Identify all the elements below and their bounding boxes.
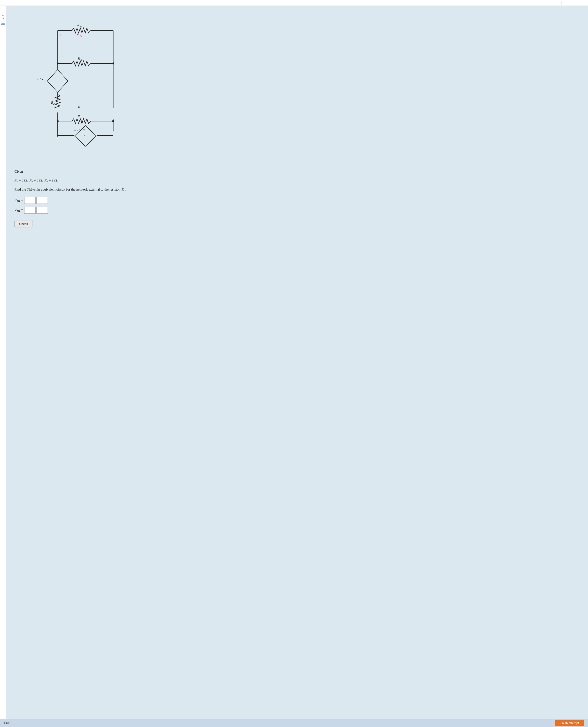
svg-text:l: l xyxy=(81,36,82,38)
vth-unit-input[interactable] xyxy=(37,207,48,214)
vth-label: VTH = xyxy=(15,208,23,213)
svg-point-66 xyxy=(112,120,114,122)
page-container: e of tion .svg-label { font-family: Geor… xyxy=(0,0,588,727)
vth-row: VTH = xyxy=(15,207,580,214)
svg-text:←: ← xyxy=(83,133,88,138)
sidebar-link-tion[interactable]: tion xyxy=(1,22,5,25)
svg-text:−: − xyxy=(108,33,110,37)
svg-text:2: 2 xyxy=(53,102,55,105)
finish-attempt-button[interactable]: Finish attempt xyxy=(555,720,584,726)
sidebar-text-e: e xyxy=(2,14,3,17)
svg-text:v: v xyxy=(42,78,44,81)
rth-unit-input[interactable] xyxy=(37,197,48,204)
left-sidebar: e of tion xyxy=(0,6,6,719)
svg-text:l: l xyxy=(45,80,46,82)
svg-text:L: L xyxy=(80,24,82,27)
svg-text:3: 3 xyxy=(81,116,82,118)
rth-row: RTH = xyxy=(15,197,580,204)
svg-point-15 xyxy=(112,62,114,64)
svg-text:1: 1 xyxy=(81,58,82,61)
svg-text:R: R xyxy=(78,114,80,118)
svg-text:v: v xyxy=(77,33,79,36)
vth-value-input[interactable] xyxy=(24,207,36,214)
circuit-container: .svg-label { font-family: Georgia, serif… xyxy=(15,12,580,162)
svg-text:0.5: 0.5 xyxy=(38,78,42,81)
svg-text:R: R xyxy=(78,57,80,60)
svg-text:r: r xyxy=(80,35,81,37)
rth-label: RTH = xyxy=(15,198,23,203)
svg-text:+: + xyxy=(60,33,62,37)
svg-text:v: v xyxy=(83,128,85,132)
circuit-svg: .svg-label { font-family: Georgia, serif… xyxy=(27,14,126,158)
top-bar xyxy=(0,0,588,6)
page-label: page xyxy=(4,721,9,725)
main-layout: e of tion .svg-label { font-family: Geor… xyxy=(0,6,588,719)
given-section: Given R1 = 6 Ω, R2 = 8 Ω, R3 = 9 Ω. Find… xyxy=(15,168,580,193)
values-text: R1 = 6 Ω, R2 = 8 Ω, R3 = 9 Ω. xyxy=(15,177,580,184)
svg-text:R: R xyxy=(51,101,53,104)
rth-value-input[interactable] xyxy=(24,197,36,204)
problem-text: Find the Thévenin equivalent circuit for… xyxy=(15,186,580,193)
svg-rect-60 xyxy=(47,108,120,119)
formula-section: RTH = VTH = Check xyxy=(15,197,580,227)
content-area: .svg-label { font-family: Georgia, serif… xyxy=(6,6,588,719)
top-input[interactable] xyxy=(561,1,586,5)
svg-text:0.11: 0.11 xyxy=(75,128,80,132)
sidebar-text-of: of xyxy=(2,17,4,20)
given-label: Given xyxy=(15,168,580,175)
svg-text:R: R xyxy=(77,23,79,26)
bottom-bar: page Finish attempt xyxy=(0,719,588,727)
check-button[interactable]: Check xyxy=(15,220,33,227)
svg-text:−: − xyxy=(57,73,59,76)
